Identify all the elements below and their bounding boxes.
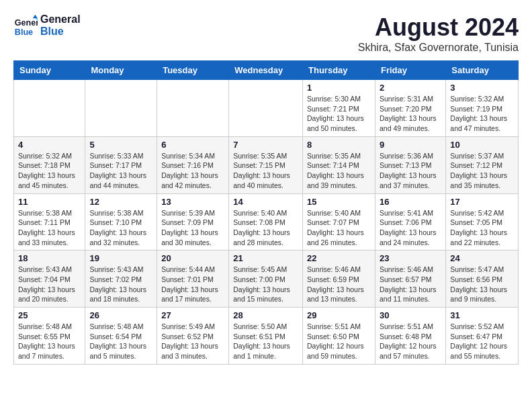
cell-w5-d3: 28Sunrise: 5:50 AM Sunset: 6:51 PM Dayli…: [229, 308, 303, 365]
day-number: 13: [161, 197, 224, 207]
day-info: Sunrise: 5:51 AM Sunset: 6:48 PM Dayligh…: [380, 322, 441, 361]
day-info: Sunrise: 5:45 AM Sunset: 7:00 PM Dayligh…: [233, 265, 298, 304]
day-number: 17: [450, 197, 514, 207]
day-info: Sunrise: 5:48 AM Sunset: 6:54 PM Dayligh…: [89, 322, 152, 361]
day-info: Sunrise: 5:39 AM Sunset: 7:09 PM Dayligh…: [161, 208, 224, 248]
day-number: 2: [380, 83, 441, 93]
day-info: Sunrise: 5:33 AM Sunset: 7:17 PM Dayligh…: [89, 151, 152, 191]
cell-w4-d1: 19Sunrise: 5:43 AM Sunset: 7:02 PM Dayli…: [85, 250, 157, 308]
day-info: Sunrise: 5:34 AM Sunset: 7:16 PM Dayligh…: [161, 151, 224, 191]
day-info: Sunrise: 5:30 AM Sunset: 7:21 PM Dayligh…: [307, 94, 371, 134]
cell-w1-d5: 2Sunrise: 5:31 AM Sunset: 7:20 PM Daylig…: [375, 80, 445, 137]
day-number: 9: [380, 140, 441, 150]
cell-w2-d1: 5Sunrise: 5:33 AM Sunset: 7:17 PM Daylig…: [85, 136, 157, 193]
day-info: Sunrise: 5:43 AM Sunset: 7:04 PM Dayligh…: [18, 265, 81, 304]
cell-w2-d0: 4Sunrise: 5:32 AM Sunset: 7:18 PM Daylig…: [14, 136, 85, 193]
week-row-5: 25Sunrise: 5:48 AM Sunset: 6:55 PM Dayli…: [14, 308, 519, 365]
day-number: 15: [307, 197, 371, 207]
day-number: 30: [380, 310, 441, 320]
day-number: 6: [161, 140, 224, 150]
day-number: 31: [450, 310, 514, 320]
day-info: Sunrise: 5:51 AM Sunset: 6:50 PM Dayligh…: [307, 322, 371, 361]
day-info: Sunrise: 5:38 AM Sunset: 7:11 PM Dayligh…: [18, 208, 81, 248]
subtitle: Skhira, Sfax Governorate, Tunisia: [358, 42, 519, 54]
day-info: Sunrise: 5:40 AM Sunset: 7:07 PM Dayligh…: [307, 208, 371, 248]
logo-line1: General: [40, 13, 81, 26]
cell-w1-d2: [157, 80, 229, 137]
cell-w3-d4: 15Sunrise: 5:40 AM Sunset: 7:07 PM Dayli…: [303, 193, 375, 250]
cell-w4-d2: 20Sunrise: 5:44 AM Sunset: 7:01 PM Dayli…: [157, 250, 229, 308]
logo-icon: General Blue: [13, 13, 38, 38]
day-info: Sunrise: 5:46 AM Sunset: 6:57 PM Dayligh…: [380, 265, 441, 304]
day-info: Sunrise: 5:52 AM Sunset: 6:47 PM Dayligh…: [450, 322, 514, 361]
svg-text:General: General: [15, 18, 38, 28]
day-number: 3: [450, 83, 514, 93]
cell-w1-d1: [85, 80, 157, 137]
cell-w1-d0: [14, 80, 85, 137]
day-number: 8: [307, 140, 371, 150]
day-info: Sunrise: 5:38 AM Sunset: 7:10 PM Dayligh…: [89, 208, 152, 248]
day-number: 11: [18, 197, 81, 207]
day-number: 23: [380, 253, 441, 263]
cell-w2-d5: 9Sunrise: 5:36 AM Sunset: 7:13 PM Daylig…: [375, 136, 445, 193]
week-row-3: 11Sunrise: 5:38 AM Sunset: 7:11 PM Dayli…: [14, 193, 519, 250]
cell-w5-d6: 31Sunrise: 5:52 AM Sunset: 6:47 PM Dayli…: [446, 308, 519, 365]
logo-line2: Blue: [40, 26, 81, 38]
main-title: August 2024: [358, 13, 519, 42]
day-number: 16: [380, 197, 441, 207]
cell-w3-d1: 12Sunrise: 5:38 AM Sunset: 7:10 PM Dayli…: [85, 193, 157, 250]
day-number: 28: [233, 310, 298, 320]
cell-w5-d0: 25Sunrise: 5:48 AM Sunset: 6:55 PM Dayli…: [14, 308, 85, 365]
header-row: Sunday Monday Tuesday Wednesday Thursday…: [14, 61, 519, 80]
col-sunday: Sunday: [14, 61, 85, 80]
page-container: General Blue General Blue August 2024 Sk…: [13, 13, 519, 365]
calendar-body: 1Sunrise: 5:30 AM Sunset: 7:21 PM Daylig…: [14, 80, 519, 365]
cell-w2-d6: 10Sunrise: 5:37 AM Sunset: 7:12 PM Dayli…: [446, 136, 519, 193]
day-info: Sunrise: 5:49 AM Sunset: 6:52 PM Dayligh…: [161, 322, 224, 361]
day-number: 25: [18, 310, 81, 320]
day-number: 7: [233, 140, 298, 150]
day-info: Sunrise: 5:42 AM Sunset: 7:05 PM Dayligh…: [450, 208, 514, 248]
col-thursday: Thursday: [303, 61, 375, 80]
cell-w1-d3: [229, 80, 303, 137]
day-number: 1: [307, 83, 371, 93]
day-info: Sunrise: 5:32 AM Sunset: 7:18 PM Dayligh…: [18, 151, 81, 191]
header: General Blue General Blue August 2024 Sk…: [13, 13, 519, 54]
cell-w3-d6: 17Sunrise: 5:42 AM Sunset: 7:05 PM Dayli…: [446, 193, 519, 250]
day-number: 12: [89, 197, 152, 207]
cell-w3-d2: 13Sunrise: 5:39 AM Sunset: 7:09 PM Dayli…: [157, 193, 229, 250]
day-info: Sunrise: 5:35 AM Sunset: 7:15 PM Dayligh…: [233, 151, 298, 191]
calendar-header: Sunday Monday Tuesday Wednesday Thursday…: [14, 61, 519, 80]
day-info: Sunrise: 5:37 AM Sunset: 7:12 PM Dayligh…: [450, 151, 514, 191]
svg-marker-2: [33, 15, 38, 18]
cell-w1-d4: 1Sunrise: 5:30 AM Sunset: 7:21 PM Daylig…: [303, 80, 375, 137]
day-info: Sunrise: 5:46 AM Sunset: 6:59 PM Dayligh…: [307, 265, 371, 304]
cell-w5-d5: 30Sunrise: 5:51 AM Sunset: 6:48 PM Dayli…: [375, 308, 445, 365]
day-info: Sunrise: 5:35 AM Sunset: 7:14 PM Dayligh…: [307, 151, 371, 191]
day-number: 20: [161, 253, 224, 263]
day-info: Sunrise: 5:41 AM Sunset: 7:06 PM Dayligh…: [380, 208, 441, 248]
day-info: Sunrise: 5:31 AM Sunset: 7:20 PM Dayligh…: [380, 94, 441, 134]
day-number: 26: [89, 310, 152, 320]
calendar-table: Sunday Monday Tuesday Wednesday Thursday…: [13, 60, 519, 365]
day-number: 27: [161, 310, 224, 320]
day-number: 14: [233, 197, 298, 207]
day-number: 4: [18, 140, 81, 150]
cell-w2-d2: 6Sunrise: 5:34 AM Sunset: 7:16 PM Daylig…: [157, 136, 229, 193]
cell-w5-d1: 26Sunrise: 5:48 AM Sunset: 6:54 PM Dayli…: [85, 308, 157, 365]
logo: General Blue General Blue: [13, 13, 81, 38]
day-number: 24: [450, 253, 514, 263]
cell-w1-d6: 3Sunrise: 5:32 AM Sunset: 7:19 PM Daylig…: [446, 80, 519, 137]
col-tuesday: Tuesday: [157, 61, 229, 80]
day-info: Sunrise: 5:43 AM Sunset: 7:02 PM Dayligh…: [89, 265, 152, 304]
day-info: Sunrise: 5:36 AM Sunset: 7:13 PM Dayligh…: [380, 151, 441, 191]
week-row-1: 1Sunrise: 5:30 AM Sunset: 7:21 PM Daylig…: [14, 80, 519, 137]
title-section: August 2024 Skhira, Sfax Governorate, Tu…: [358, 13, 519, 54]
day-info: Sunrise: 5:40 AM Sunset: 7:08 PM Dayligh…: [233, 208, 298, 248]
cell-w3-d0: 11Sunrise: 5:38 AM Sunset: 7:11 PM Dayli…: [14, 193, 85, 250]
day-number: 18: [18, 253, 81, 263]
day-number: 29: [307, 310, 371, 320]
day-info: Sunrise: 5:32 AM Sunset: 7:19 PM Dayligh…: [450, 94, 514, 134]
cell-w5-d4: 29Sunrise: 5:51 AM Sunset: 6:50 PM Dayli…: [303, 308, 375, 365]
day-number: 22: [307, 253, 371, 263]
